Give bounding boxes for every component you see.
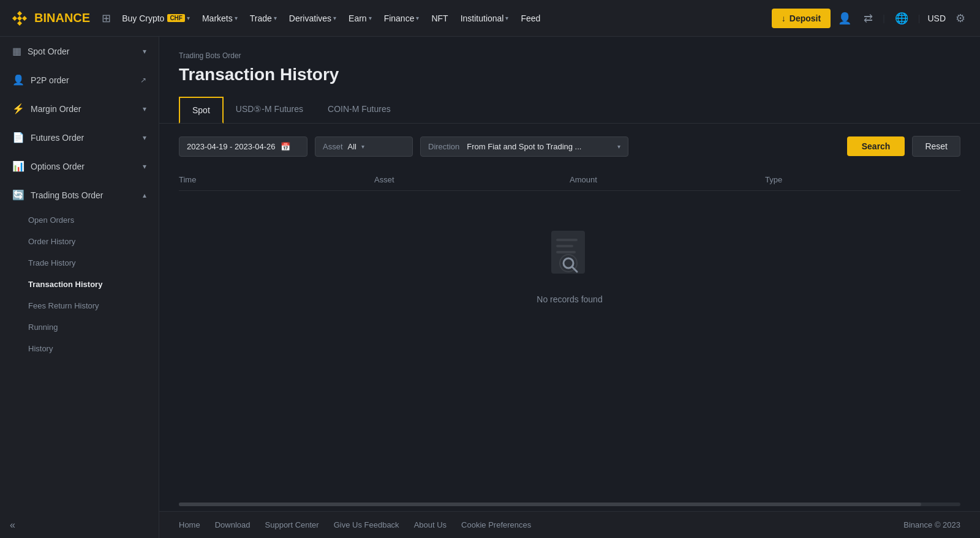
footer-link-download[interactable]: Download — [215, 520, 251, 529]
footer-copyright: Binance © 2023 — [903, 520, 960, 529]
scrollbar-thumb[interactable] — [179, 503, 921, 506]
top-navigation: BINANCE ⊞ Buy Crypto CHF ▾ Markets ▾ Tra… — [0, 0, 980, 37]
bots-icon: 🔄 — [12, 189, 24, 201]
currency-selector[interactable]: USD — [925, 13, 948, 23]
chevron-up-icon: ▴ — [143, 191, 146, 200]
nav-markets[interactable]: Markets ▾ — [197, 10, 243, 27]
main-layout: ▦ Spot Order ▾ 👤 P2P order ↗ ⚡ Margin Or… — [0, 37, 980, 538]
chevron-down-icon: ▾ — [143, 47, 146, 56]
empty-text: No records found — [537, 294, 602, 304]
p2p-icon: 👤 — [12, 74, 24, 86]
svg-marker-4 — [17, 16, 22, 21]
svg-rect-8 — [556, 251, 576, 253]
table-header: Time Asset Amount Type — [179, 169, 960, 191]
chevron-down-icon: ▾ — [369, 15, 372, 21]
svg-marker-3 — [17, 21, 22, 26]
chevron-down-icon: ▾ — [187, 15, 190, 21]
sidebar-item-spot-order[interactable]: ▦ Spot Order ▾ — [0, 37, 159, 65]
sidebar-item-p2p-order[interactable]: 👤 P2P order ↗ — [0, 65, 159, 94]
chevron-down-icon: ▾ — [416, 15, 419, 21]
transfer-icon[interactable]: ⇄ — [859, 8, 878, 29]
filters-row: 2023-04-19 - 2023-04-26 📅 Asset All ▾ Di… — [159, 124, 980, 169]
nav-nft[interactable]: NFT — [426, 10, 453, 27]
svg-rect-6 — [556, 239, 578, 241]
reset-button[interactable]: Reset — [912, 136, 960, 157]
chevron-down-icon: ▾ — [235, 15, 238, 21]
footer-link-cookies[interactable]: Cookie Preferences — [461, 520, 531, 529]
nav-feed[interactable]: Feed — [516, 10, 545, 27]
col-amount: Amount — [570, 175, 765, 184]
nav-earn[interactable]: Earn ▾ — [344, 10, 377, 27]
download-icon: ↓ — [782, 13, 786, 23]
col-type: Type — [765, 175, 960, 184]
nav-finance[interactable]: Finance ▾ — [379, 10, 424, 27]
asset-label: Asset — [323, 142, 343, 151]
direction-select[interactable]: Direction From Fiat and Spot to Trading … — [420, 136, 628, 157]
nav-buy-crypto[interactable]: Buy Crypto CHF ▾ — [117, 10, 195, 27]
main-content: Trading Bots Order Transaction History S… — [159, 37, 980, 538]
sidebar-sub-order-history[interactable]: Order History — [0, 231, 159, 252]
sidebar-item-futures-order[interactable]: 📄 Futures Order ▾ — [0, 123, 159, 152]
logo[interactable]: BINANCE — [10, 9, 90, 28]
spot-order-icon: ▦ — [12, 45, 21, 57]
user-icon[interactable]: 👤 — [833, 8, 856, 29]
horizontal-scrollbar[interactable] — [159, 498, 980, 511]
asset-value: All — [348, 142, 356, 151]
col-asset: Asset — [374, 175, 570, 184]
collapse-icon: « — [10, 520, 15, 531]
date-range-value: 2023-04-19 - 2023-04-26 — [187, 142, 276, 151]
breadcrumb: Trading Bots Order — [179, 51, 960, 60]
sidebar-sub-history[interactable]: History — [0, 338, 159, 359]
chevron-down-icon: ▾ — [617, 143, 620, 150]
nav-trade[interactable]: Trade ▾ — [245, 10, 282, 27]
sidebar-sub-fees-return-history[interactable]: Fees Return History — [0, 295, 159, 316]
tab-spot[interactable]: Spot — [179, 97, 224, 124]
direction-value: From Fiat and Spot to Trading ... — [467, 142, 612, 151]
nav-institutional[interactable]: Institutional ▾ — [456, 10, 514, 27]
external-link-icon: ↗ — [140, 76, 146, 84]
sidebar-item-trading-bots-order[interactable]: 🔄 Trading Bots Order ▴ — [0, 181, 159, 209]
settings-icon[interactable]: ⚙ — [951, 8, 970, 29]
scrollbar-track — [179, 503, 960, 506]
chevron-down-icon: ▾ — [143, 133, 146, 142]
tab-usdm-futures[interactable]: USD⑤-M Futures — [224, 97, 315, 124]
footer-link-home[interactable]: Home — [179, 520, 200, 529]
margin-icon: ⚡ — [12, 103, 24, 114]
tab-coinm-futures[interactable]: COIN-M Futures — [315, 97, 403, 124]
footer-link-feedback[interactable]: Give Us Feedback — [334, 520, 399, 529]
sidebar-sub-running[interactable]: Running — [0, 316, 159, 338]
col-time: Time — [179, 175, 374, 184]
footer-link-about[interactable]: About Us — [414, 520, 447, 529]
date-picker[interactable]: 2023-04-19 - 2023-04-26 📅 — [179, 136, 307, 157]
asset-select[interactable]: Asset All ▾ — [315, 136, 413, 157]
globe-icon[interactable]: 🌐 — [890, 8, 913, 29]
chevron-down-icon: ▾ — [333, 15, 336, 21]
svg-marker-2 — [22, 16, 27, 21]
sidebar-sub-trade-history[interactable]: Trade History — [0, 252, 159, 274]
tab-bar: Spot USD⑤-M Futures COIN-M Futures — [159, 97, 980, 124]
grid-icon[interactable]: ⊞ — [97, 10, 115, 27]
svg-marker-0 — [17, 11, 22, 16]
chevron-down-icon: ▾ — [143, 162, 146, 171]
futures-icon: 📄 — [12, 132, 24, 143]
sidebar-item-options-order[interactable]: 📊 Options Order ▾ — [0, 152, 159, 181]
options-icon: 📊 — [12, 160, 24, 172]
sidebar-sub-transaction-history[interactable]: Transaction History — [0, 274, 159, 295]
page-title: Transaction History — [179, 65, 960, 84]
empty-icon — [545, 228, 594, 285]
chevron-down-icon: ▾ — [143, 105, 146, 113]
deposit-button[interactable]: ↓ Deposit — [772, 9, 831, 28]
footer: Home Download Support Center Give Us Fee… — [159, 511, 980, 538]
sidebar-sub-open-orders[interactable]: Open Orders — [0, 209, 159, 231]
sidebar-item-margin-order[interactable]: ⚡ Margin Order ▾ — [0, 94, 159, 123]
search-button[interactable]: Search — [847, 136, 905, 156]
nav-derivatives[interactable]: Derivatives ▾ — [284, 10, 341, 27]
logo-text: BINANCE — [34, 11, 90, 25]
svg-marker-1 — [12, 16, 17, 21]
collapse-sidebar-button[interactable]: « — [0, 512, 159, 538]
sidebar: ▦ Spot Order ▾ 👤 P2P order ↗ ⚡ Margin Or… — [0, 37, 159, 538]
chevron-down-icon: ▾ — [361, 143, 364, 150]
footer-link-support[interactable]: Support Center — [265, 520, 319, 529]
chevron-down-icon: ▾ — [274, 15, 277, 21]
chevron-down-icon: ▾ — [505, 15, 508, 21]
